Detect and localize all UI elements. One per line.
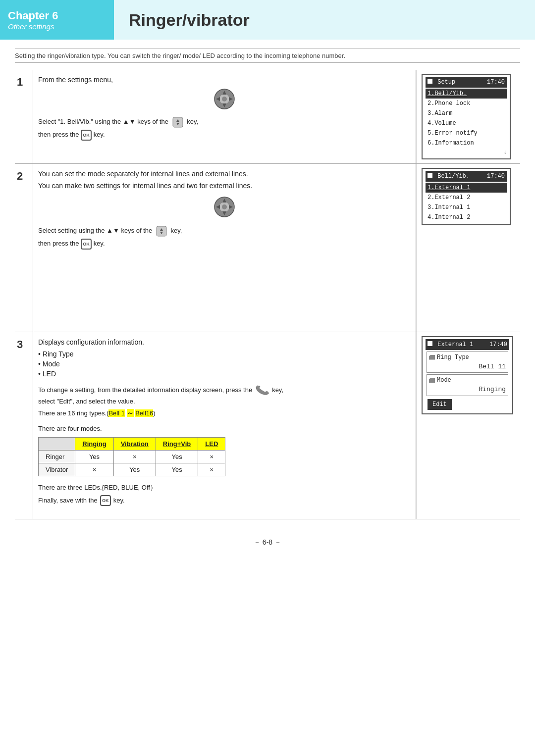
step-1-number: 1 <box>15 70 33 163</box>
step-3-screenshot: External 1 17:40 Ring Type Bell 11 <box>416 332 520 519</box>
intro-text: Setting the ringer/vibration type. You c… <box>15 49 520 63</box>
step-2-row: 2 You can set the mode separately for in… <box>15 164 520 332</box>
page-header: Chapter 6 Other settings Ringer/vibrator <box>0 0 535 40</box>
table-cell-vibrator-led: × <box>198 463 225 476</box>
step1-scroll: ↓ <box>426 148 507 156</box>
table-col-empty <box>39 437 75 450</box>
table-cell-vibrator-label: Vibrator <box>39 463 75 476</box>
step1-screen-header: Setup 17:40 <box>426 77 507 88</box>
step3-save-text: Finally, save with the OK key. <box>38 495 411 506</box>
table-cell-vibrator-ringvib: Yes <box>156 463 198 476</box>
step2-phone-screen: Bell/Yib. 17:40 1.External 1 2.External … <box>422 168 511 225</box>
svg-rect-7 <box>173 117 183 127</box>
table-cell-ringer-label: Ringer <box>39 450 75 463</box>
table-cell-ringer-ringvib: Yes <box>156 450 198 463</box>
step3-bullet2: • Mode <box>38 360 411 368</box>
step3-edit-btn: Edit <box>428 399 452 410</box>
ok-key-icon-3: OK <box>100 495 111 506</box>
handset-icon <box>254 385 270 396</box>
step-1-screenshot: Setup 17:40 1.Bell/Yib. 2.Phone lock 3.A… <box>416 70 520 163</box>
step-1-body: From the settings menu, Select "1. Bell/… <box>33 70 416 163</box>
chapter-text: Chapter 6 <box>8 9 106 22</box>
step3-ring-type-section: Ring Type Bell 11 <box>427 352 508 373</box>
step-2-number: 2 <box>15 164 33 332</box>
step3-modes-text: There are four modes. <box>38 425 411 432</box>
step3-ring-type-value: Bell 11 <box>429 362 506 372</box>
step-2-body: You can set the mode separately for inte… <box>33 164 416 332</box>
step2-menu-item-1: 1.External 1 <box>426 183 507 193</box>
table-cell-vibrator-ringing: × <box>75 463 113 476</box>
step3-instruction2: select "Edit", and select the value. <box>38 398 411 405</box>
step3-screen-header: External 1 17:40 <box>426 339 509 350</box>
svg-point-16 <box>222 204 227 209</box>
table-cell-ringer-led: × <box>198 450 225 463</box>
step3-bullet1: • Ring Type <box>38 350 411 358</box>
svg-point-6 <box>222 97 227 101</box>
step1-main-text: From the settings menu, <box>38 76 411 84</box>
step-1-row: 1 From the settings menu, Select "1. Bel… <box>15 70 520 164</box>
table-col-ringing: Ringing <box>75 437 113 450</box>
nav-key-icon <box>214 89 235 109</box>
step3-main-text: Displays configuration information. <box>38 338 411 346</box>
table-row-vibrator: Vibrator × Yes Yes × <box>39 463 225 476</box>
ring-tilde: ～ <box>127 409 134 417</box>
title-area: Ringer/vibrator <box>114 0 535 40</box>
step-3-row: 3 Displays configuration information. • … <box>15 332 520 519</box>
step1-menu-item-3: 3.Alarm <box>426 108 507 118</box>
step3-bullet3: • LED <box>38 370 411 378</box>
page-number: － 6-8 － <box>0 538 535 547</box>
step2-screen-header: Bell/Yib. 17:40 <box>426 171 507 182</box>
table-col-ringvib: Ring+Vib <box>156 437 198 450</box>
step3-ring-types: There are 16 ring types.(Bell 1 ～ Bell16… <box>38 409 411 418</box>
table-col-vibration: Vibration <box>113 437 156 450</box>
table-cell-ringer-vibration: × <box>113 450 156 463</box>
step3-mode-label-row: Mode <box>429 376 506 385</box>
svg-rect-17 <box>157 226 166 236</box>
step2-menu-item-4: 4.Internal 2 <box>426 212 507 222</box>
step1-instruction2: then press the OK key. <box>38 130 411 141</box>
ring-range-end: Bell16 <box>135 409 153 417</box>
arrow-keys-icon-2 <box>156 226 167 237</box>
ok-key-icon-2: OK <box>81 239 92 250</box>
step3-phone-screen: External 1 17:40 Ring Type Bell 11 <box>422 336 513 414</box>
step3-instruction: To change a setting, from the detailed i… <box>38 385 411 396</box>
table-cell-ringer-ringing: Yes <box>75 450 113 463</box>
step1-menu-item-2: 2.Phone lock <box>426 99 507 108</box>
step2-text2: You can make two settings for internal l… <box>38 182 411 190</box>
step3-mode-value: Ringing <box>429 385 506 395</box>
modes-table: Ringing Vibration Ring+Vib LED Ringer Ye… <box>38 437 225 476</box>
ring-range-start: Bell 1 <box>108 409 125 417</box>
ok-key-icon: OK <box>81 130 92 141</box>
step2-text1: You can set the mode separately for inte… <box>38 170 411 178</box>
step1-menu-item-1: 1.Bell/Yib. <box>426 89 507 99</box>
bullet-ring-type: • Ring Type <box>38 350 74 358</box>
step1-menu-item-6: 6.Information <box>426 138 507 148</box>
step3-mode-section: Mode Ringing <box>427 374 508 396</box>
step3-ring-type-label-row: Ring Type <box>429 353 506 362</box>
step1-menu-item-5: 5.Error notify <box>426 128 507 138</box>
nav-key-icon-2 <box>214 197 235 217</box>
step2-instruction2: then press the OK key. <box>38 239 411 250</box>
step-3-body: Displays configuration information. • Ri… <box>33 332 416 519</box>
table-col-led: LED <box>198 437 225 450</box>
bullet-led: • LED <box>38 370 56 378</box>
step1-menu-item-4: 4.Volume <box>426 118 507 128</box>
step3-leds-text: There are three LEDs.{RED, BLUE, Off） <box>38 483 411 492</box>
bullet-mode: • Mode <box>38 360 60 368</box>
step1-phone-screen: Setup 17:40 1.Bell/Yib. 2.Phone lock 3.A… <box>422 74 511 159</box>
arrow-keys-icon <box>172 117 183 128</box>
main-content: Setting the ringer/vibration type. You c… <box>0 40 535 528</box>
page-title: Ringer/vibrator <box>129 10 250 30</box>
step2-menu-item-3: 3.Internal 1 <box>426 202 507 212</box>
step2-instruction1: Select setting using the ▲▼ keys of the … <box>38 226 411 237</box>
step-3-number: 3 <box>15 332 33 519</box>
step-2-screenshot: Bell/Yib. 17:40 1.External 1 2.External … <box>416 164 520 332</box>
step2-menu-item-2: 2.External 2 <box>426 193 507 202</box>
table-row-ringer: Ringer Yes × Yes × <box>39 450 225 463</box>
step1-instruction1: Select "1. Bell/Vib." using the ▲▼ keys … <box>38 117 411 128</box>
other-settings-text: Other settings <box>8 22 106 31</box>
table-cell-vibrator-vibration: Yes <box>113 463 156 476</box>
chapter-label-area: Chapter 6 Other settings <box>0 0 114 40</box>
